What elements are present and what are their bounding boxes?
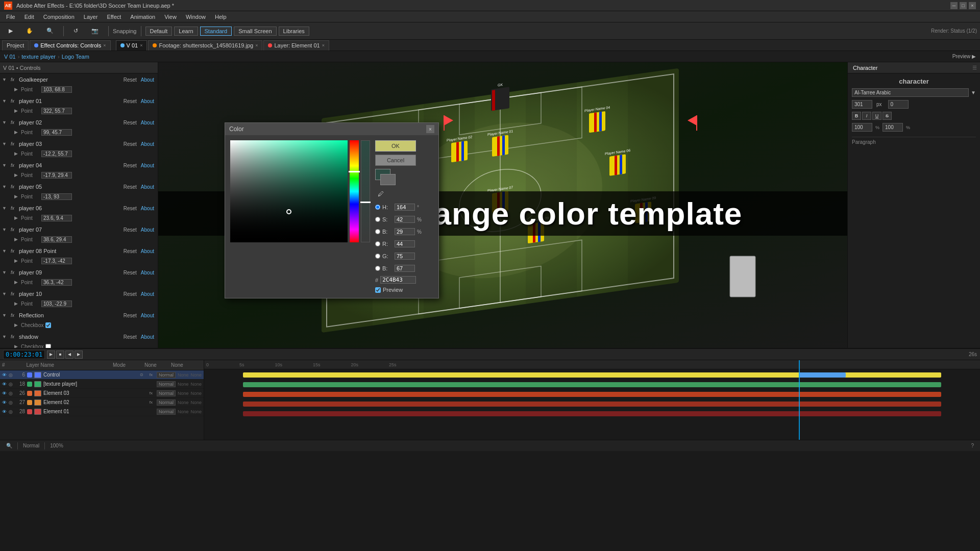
shadow-row[interactable]: ▼ fx shadow Reset About: [0, 332, 158, 342]
prev-frame-button[interactable]: ◀: [65, 350, 74, 359]
tab-effect-close[interactable]: ×: [103, 43, 106, 48]
blue-radio[interactable]: [375, 266, 380, 271]
player03-about[interactable]: About: [139, 141, 156, 147]
next-frame-button[interactable]: ▶: [75, 350, 83, 359]
tab-comp-close[interactable]: ×: [140, 43, 142, 48]
red-value-input[interactable]: [395, 240, 415, 247]
sat-radio[interactable]: [375, 217, 380, 222]
reflection-reset[interactable]: Reset: [122, 313, 138, 318]
player03-row[interactable]: ▼ fx player 03 Reset About: [0, 139, 158, 149]
player09-point-value[interactable]: 36.3, -42: [41, 279, 72, 286]
preview-checkbox[interactable]: [375, 287, 381, 293]
player08-reset[interactable]: Reset: [122, 248, 138, 254]
close-button[interactable]: ×: [969, 2, 976, 9]
breadcrumb-texture[interactable]: texture player: [21, 54, 56, 60]
timeline-bars[interactable]: 05s10s15s20s25s: [204, 360, 980, 440]
reflection-row[interactable]: ▼ fx Reflection Reset About: [0, 310, 158, 320]
tracking-input[interactable]: [888, 100, 909, 109]
stop-button[interactable]: ■: [56, 350, 64, 359]
italic-button[interactable]: I: [862, 112, 871, 120]
bright-value-input[interactable]: [395, 228, 415, 235]
color-gradient[interactable]: [230, 140, 348, 242]
menu-file[interactable]: File: [2, 13, 19, 21]
hue-radio[interactable]: [375, 205, 380, 210]
tab-footage-close[interactable]: ×: [255, 43, 258, 48]
menu-composition[interactable]: Composition: [39, 13, 79, 21]
menu-animation[interactable]: Animation: [126, 13, 159, 21]
layer-row-elem1[interactable]: 👁 ◎ 28 Element 01 Normal None None: [0, 407, 204, 416]
player03-point-value[interactable]: -12.2, 55.7: [41, 151, 72, 157]
bold-button[interactable]: B: [852, 112, 861, 120]
shadow-reset[interactable]: Reset: [122, 334, 138, 340]
font-name-input[interactable]: [852, 88, 969, 97]
player10-point-value[interactable]: 103, -22.9: [41, 300, 72, 307]
ws-libraries[interactable]: Libraries: [279, 27, 309, 36]
eye-icon-3[interactable]: 👁: [2, 391, 7, 396]
menu-effect[interactable]: Effect: [103, 13, 125, 21]
hue-slider[interactable]: [350, 140, 359, 242]
vscale-input[interactable]: [883, 123, 903, 132]
blue-value-input[interactable]: [395, 265, 415, 272]
player01-reset[interactable]: Reset: [122, 98, 138, 104]
strikethrough-button[interactable]: S: [883, 112, 892, 120]
layer-row-texture[interactable]: 👁 ◎ 18 [texture player] Normal None None: [0, 380, 204, 389]
tab-project[interactable]: Project: [2, 40, 29, 51]
goalkeeper-point-value[interactable]: 103, 68.8: [41, 86, 72, 93]
player10-about[interactable]: About: [139, 291, 156, 297]
layer-row-elem2[interactable]: 👁 ◎ 27 Element 02 fx Normal None None: [0, 398, 204, 407]
player09-reset[interactable]: Reset: [122, 270, 138, 276]
bc-help[interactable]: ?: [969, 443, 976, 448]
player02-about[interactable]: About: [139, 120, 156, 126]
tool-hand[interactable]: ✋: [20, 26, 39, 36]
layer-row-control[interactable]: 👁 ◎ 6 Control ⊙ fx Normal None None: [0, 370, 204, 380]
solo-icon-4[interactable]: ◎: [9, 400, 13, 405]
ws-smallscreen[interactable]: Small Screen: [234, 27, 276, 36]
eye-icon-2[interactable]: 👁: [2, 382, 7, 387]
player07-about[interactable]: About: [139, 227, 156, 233]
tab-composition[interactable]: V 01 ×: [116, 40, 148, 51]
player04-about[interactable]: About: [139, 163, 156, 168]
player01-about[interactable]: About: [139, 98, 156, 104]
timeline-keyframe-1[interactable]: [799, 372, 845, 378]
layer-mode-1[interactable]: Normal: [157, 372, 176, 378]
bc-zoom[interactable]: 100%: [48, 443, 65, 448]
dialog-title-bar[interactable]: Color ×: [225, 123, 438, 135]
right-panel-options[interactable]: ☰: [972, 65, 977, 70]
player05-point-value[interactable]: -13, 93: [41, 193, 72, 200]
goalkeeper-row[interactable]: ▼ fx Goalkeeper Reset About: [0, 74, 158, 85]
red-radio[interactable]: [375, 241, 380, 246]
tab-character[interactable]: Character: [851, 65, 879, 71]
player05-about[interactable]: About: [139, 184, 156, 190]
reflection-checkbox-input[interactable]: [45, 322, 51, 328]
player09-about[interactable]: About: [139, 270, 156, 276]
timeline-bar-5[interactable]: [243, 411, 941, 416]
player04-point-value[interactable]: -17.9, 29.4: [41, 172, 72, 179]
goalkeeper-reset[interactable]: Reset: [122, 77, 138, 83]
tab-effect-controls[interactable]: Effect Controls: Controls ×: [30, 40, 110, 51]
timeline-bar-2[interactable]: [243, 382, 941, 387]
ws-learn[interactable]: Learn: [174, 27, 198, 36]
hex-value-input[interactable]: [380, 276, 416, 284]
hscale-input[interactable]: [852, 123, 872, 132]
player02-row[interactable]: ▼ fx player 02 Reset About: [0, 117, 158, 128]
menu-edit[interactable]: Edit: [20, 13, 38, 21]
player05-reset[interactable]: Reset: [122, 184, 138, 190]
player09-row[interactable]: ▼ fx player 09 Reset About: [0, 267, 158, 278]
player08-row[interactable]: ▼ fx player 08 Point Reset About: [0, 246, 158, 256]
bc-mode[interactable]: Normal: [21, 443, 41, 448]
ws-default[interactable]: Default: [145, 27, 173, 36]
cancel-button[interactable]: Cancel: [375, 155, 416, 166]
solo-icon-3[interactable]: ◎: [9, 391, 13, 396]
shadow-checkbox-input[interactable]: [45, 344, 51, 348]
alpha-slider[interactable]: [361, 140, 370, 242]
eyedropper-button[interactable]: 🖊: [375, 188, 386, 199]
layer-mode-4[interactable]: Normal: [157, 399, 176, 406]
player08-point-value[interactable]: -17.3, -42: [41, 258, 72, 264]
dialog-close-button[interactable]: ×: [426, 125, 434, 133]
reflection-about[interactable]: About: [139, 313, 156, 318]
menu-help[interactable]: Help: [211, 13, 231, 21]
breadcrumb-v01[interactable]: V 01: [4, 54, 16, 60]
player06-reset[interactable]: Reset: [122, 206, 138, 211]
ws-standard[interactable]: Standard: [200, 27, 232, 36]
player01-row[interactable]: ▼ fx player 01 Reset About: [0, 96, 158, 106]
